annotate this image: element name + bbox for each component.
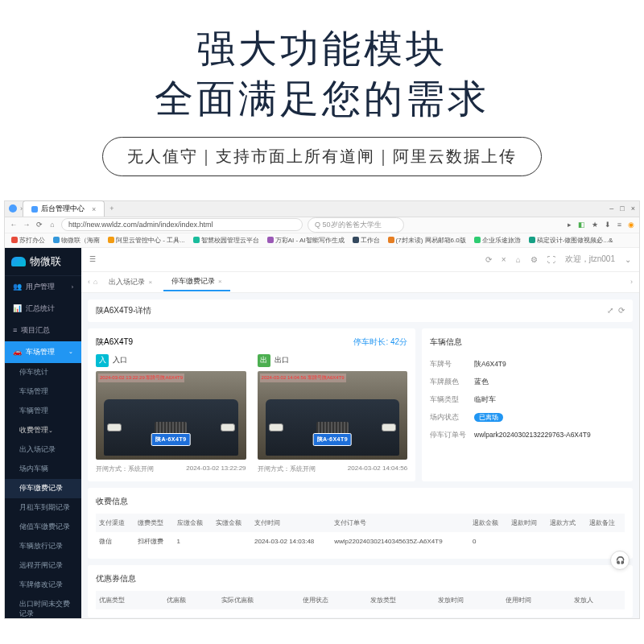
window-close-icon[interactable]: ×	[631, 204, 635, 213]
td: 微信	[96, 532, 134, 551]
th: 支付订单号	[331, 514, 469, 532]
bookmark-item[interactable]: 智慧校园管理云平台	[193, 236, 259, 245]
exit-label: 出口	[275, 355, 289, 365]
exit-time: 2024-03-02 14:04:56	[348, 464, 407, 473]
chevron-down-icon: ⌄	[625, 255, 631, 264]
tab-payment-records[interactable]: 停车缴费记录×	[163, 273, 230, 291]
sidebar-sub-payment[interactable]: 停车缴费记录	[5, 479, 81, 498]
th: 使用状态	[299, 591, 367, 609]
sidebar-sub-park-stats[interactable]: 停车统计	[5, 363, 81, 382]
sidebar-sub-stored[interactable]: 储值车缴费记录	[5, 518, 81, 537]
brand-name: 物微联	[30, 254, 61, 269]
expand-icon[interactable]: ⤢	[607, 306, 613, 315]
chart-icon: 📊	[13, 304, 22, 312]
th: 退款时间	[508, 514, 547, 532]
status-badge: 已离场	[474, 413, 503, 422]
headset-icon: 🎧	[616, 556, 625, 564]
extension-icon-2[interactable]: ◧	[578, 221, 585, 229]
bookmark-item[interactable]: 稿定设计-做图做视频必...&	[529, 236, 613, 245]
park-duration: 停车时长: 42分	[353, 336, 407, 348]
chevron-right-icon: ›	[72, 284, 73, 290]
exit-block: 出 出口 2024-03-02 14:04:56 车牌号陕A6X4T9 陕A·6…	[258, 354, 408, 473]
tab-close-icon[interactable]: ×	[92, 205, 96, 213]
th: 退款金额	[469, 514, 508, 532]
download-icon[interactable]: ⬇	[605, 221, 611, 229]
content-area: 陕A6X4T9-详情 ⤢ ⟳ 陕A6X4T9 停车时长: 42分	[81, 293, 639, 618]
sidebar-item-stats[interactable]: 📊汇总统计	[5, 298, 81, 320]
chevron-down-icon: ⌄	[48, 427, 53, 433]
sidebar-sub-vehicle-manage[interactable]: 车辆管理	[5, 402, 81, 421]
bookmark-item[interactable]: 阿里云管控中心 - 工具...	[108, 236, 185, 245]
search-input[interactable]: Q 50岁的爸爸大学生	[308, 217, 404, 233]
user-welcome[interactable]: 欢迎，jtzn001	[565, 254, 615, 265]
refresh-icon[interactable]: ⟳	[485, 255, 492, 264]
fullscreen-icon[interactable]: ⛶	[547, 255, 555, 264]
info-value: 陕A6X4T9	[474, 360, 625, 369]
float-help-button[interactable]: 🎧	[610, 551, 630, 570]
hero-title-line1: 强大功能模块	[0, 24, 644, 74]
sidebar-group-fee[interactable]: 收费管理⌄	[5, 421, 81, 440]
home-icon[interactable]: ⌂	[516, 255, 521, 264]
nav-forward-icon[interactable]: →	[23, 221, 31, 229]
sidebar-item-projects[interactable]: ≡项目汇总	[5, 320, 81, 341]
window-maximize-icon[interactable]: □	[620, 204, 624, 213]
brand-logo[interactable]: 物微联	[5, 248, 81, 276]
car-icon: 🚗	[13, 348, 22, 356]
sidebar-sub-plate-edit[interactable]: 车牌修改记录	[5, 576, 81, 595]
vehicle-info-card: 车辆信息 车牌号陕A6X4T9 车牌颜色蓝色 车辆类型临时车 场内状态已离场 停…	[422, 328, 633, 481]
sidebar-sub-inout[interactable]: 出入场记录	[5, 440, 81, 460]
th: 使用时间	[502, 591, 570, 609]
user-avatar-icon[interactable]	[9, 204, 17, 213]
coupon-title: 优惠券信息	[96, 573, 625, 584]
sidebar-sub-release[interactable]: 车辆放行记录	[5, 537, 81, 556]
fee-table: 支付渠道 缴费类型 应缴金额 实缴金额 支付时间 支付订单号 退款金额 退款时间…	[96, 514, 625, 551]
tab-close-icon[interactable]: ×	[148, 279, 152, 286]
favorite-icon[interactable]: ★	[592, 221, 598, 229]
bookmark-item[interactable]: (7封未读) 网易邮箱6.0版	[388, 236, 466, 245]
extension-icon[interactable]: ▸	[568, 221, 572, 229]
gear-icon[interactable]: ⚙	[530, 255, 538, 264]
nav-back-icon[interactable]: ←	[10, 221, 18, 229]
hamburger-icon[interactable]: ☰	[89, 255, 96, 263]
browser-logo-icon[interactable]: ◉	[628, 221, 634, 229]
home-tab-icon[interactable]: ⌂	[93, 278, 97, 286]
info-value: 蓝色	[474, 378, 625, 387]
bookmark-item[interactable]: 万彩AI - AI智能写作生成	[267, 236, 345, 245]
sidebar-item-users[interactable]: 👥用户管理›	[5, 276, 81, 298]
tabs-prev-icon[interactable]: ‹	[88, 278, 90, 286]
th: 优惠额	[163, 591, 217, 609]
sidebar-item-parking[interactable]: 🚗车场管理⌄	[5, 341, 81, 363]
bookmark-item[interactable]: 企业乐途旅游	[474, 236, 521, 245]
cloud-icon	[11, 257, 26, 266]
td	[508, 532, 547, 551]
close-icon[interactable]: ×	[502, 255, 506, 264]
bookmark-item[interactable]: 物微联（海南	[53, 236, 100, 245]
reload-icon[interactable]: ⟳	[618, 306, 625, 315]
info-label: 停车订单号	[430, 431, 474, 440]
sidebar-sub-inside[interactable]: 场内车辆	[5, 460, 81, 479]
new-tab-button[interactable]: +	[109, 204, 114, 213]
fee-info-card: 收费信息 支付渠道 缴费类型 应缴金额 实缴金额 支付时间 支付订单号 退款金额…	[88, 488, 633, 559]
sidebar-sub-remote[interactable]: 远程开闸记录	[5, 556, 81, 576]
sidebar-sub-lot-manage[interactable]: 车场管理	[5, 382, 81, 402]
menu-icon[interactable]: ≡	[617, 221, 621, 229]
entry-time: 2024-03-02 13:22:29	[186, 464, 246, 473]
nav-home-icon[interactable]: ⌂	[48, 221, 56, 229]
tabs-next-icon[interactable]: ›	[630, 278, 633, 286]
nav-reload-icon[interactable]: ⟳	[35, 221, 43, 229]
bookmark-item[interactable]: 苏打办公	[11, 236, 45, 245]
coupon-table: 优惠类型 优惠额 实际优惠额 使用状态 发放类型 发放时间 使用时间 发放人	[96, 591, 625, 609]
url-input[interactable]: http://new.wwldz.com/admin/index/index.h…	[61, 218, 303, 231]
tab-inout-records[interactable]: 出入场记录×	[101, 274, 160, 291]
tab-title: 后台管理中心	[41, 204, 85, 214]
entry-image[interactable]: 2024-03-02 13:22:29 车牌号陕A6X4T9 陕A·6X4T9	[96, 371, 246, 460]
entry-overlay-text: 2024-03-02 13:22:29 车牌号陕A6X4T9	[98, 374, 184, 382]
browser-tab-strip: › 后台管理中心 × + – □ ×	[5, 201, 639, 217]
sidebar-sub-unpaid[interactable]: 出口时间未交费记录	[5, 595, 81, 619]
tab-close-icon[interactable]: ×	[218, 278, 222, 285]
sidebar-sub-monthly[interactable]: 月租车到期记录	[5, 498, 81, 518]
exit-image[interactable]: 2024-03-02 14:04:56 车牌号陕A6X4T9 陕A·6X4T9	[258, 371, 408, 460]
bookmark-item[interactable]: 工作台	[353, 236, 380, 245]
window-minimize-icon[interactable]: –	[609, 204, 613, 213]
browser-tab[interactable]: 后台管理中心 ×	[23, 200, 105, 217]
